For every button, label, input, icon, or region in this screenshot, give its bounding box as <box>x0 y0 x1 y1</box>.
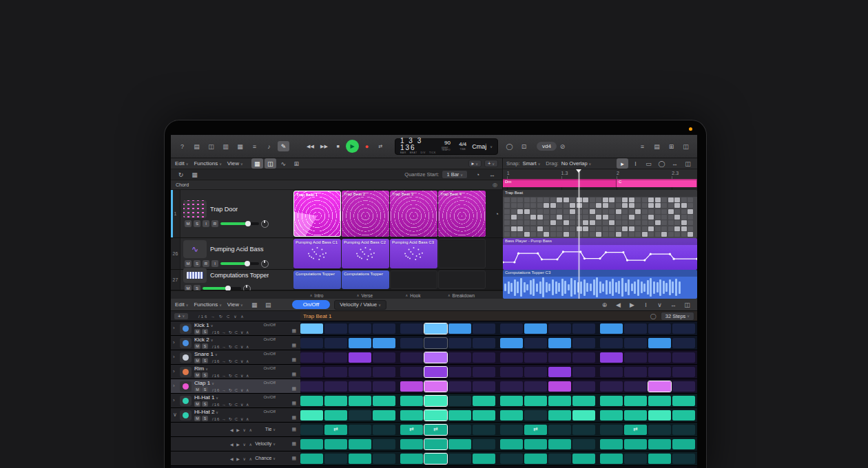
step-cell[interactable] <box>572 454 595 464</box>
forward-button[interactable]: ▶▶ <box>318 141 330 152</box>
step-cell[interactable] <box>448 381 471 392</box>
step-cell[interactable] <box>424 338 447 348</box>
browsers-icon[interactable]: ◫ <box>680 141 692 151</box>
row-grid-icon[interactable]: ▦ <box>291 386 296 392</box>
step-cell[interactable] <box>473 410 495 421</box>
list-editor-icon[interactable]: ≡ <box>637 141 648 151</box>
step-cell[interactable] <box>349 352 371 363</box>
loupe-icon[interactable]: ◯ <box>650 313 657 319</box>
pointer-tool-icon[interactable]: ▸ <box>617 158 628 169</box>
disclosure-icon[interactable]: › <box>173 325 175 331</box>
smart-controls-icon[interactable]: ▥ <box>220 141 231 151</box>
solo-button[interactable]: S <box>202 358 208 363</box>
step-cell[interactable] <box>373 338 395 348</box>
step-cell[interactable] <box>500 439 523 449</box>
step-seq-menu-functions[interactable]: Functions∨ <box>194 301 221 308</box>
solo-button[interactable]: S <box>202 372 208 378</box>
chevron-down-icon[interactable]: ∨ <box>654 299 665 310</box>
snap-value[interactable]: Smart <box>523 160 537 167</box>
step-cell[interactable] <box>672 425 695 435</box>
disclosure-icon[interactable]: ∨ <box>173 412 177 418</box>
row-header[interactable]: ∨Hi-Hat 2∨On/OffMS/16 → ↻ ⊂ ∨ ∧▦ <box>171 408 300 423</box>
step-cell[interactable] <box>524 338 547 348</box>
zoom-icon[interactable]: ⊕ <box>599 299 610 310</box>
step-cell[interactable] <box>324 367 347 377</box>
step-cell[interactable] <box>524 323 547 334</box>
step-cell[interactable] <box>349 454 371 464</box>
step-cell[interactable] <box>400 381 423 392</box>
step-cell[interactable] <box>300 381 323 392</box>
track-header[interactable]: ∿Pumping Acid BassMSRI <box>180 238 293 270</box>
loop-cell[interactable]: Trap Beat 2 <box>342 191 389 237</box>
step-cell[interactable] <box>373 381 395 392</box>
step-cell[interactable] <box>500 323 523 334</box>
loop-cell[interactable]: Pumping Acid Bass C1 <box>293 239 341 268</box>
region-audio[interactable]: Computations Topper C3 <box>503 270 697 299</box>
record-enable-button[interactable]: R <box>203 260 209 267</box>
default-row-controls[interactable]: /16 → ↻ ⊂ ∨ ∧ <box>198 314 245 319</box>
step-cell[interactable] <box>600 323 623 334</box>
step-seq-menu-view[interactable]: View∨ <box>227 301 243 308</box>
grid-icon[interactable]: ▦ <box>249 299 260 310</box>
row-step-controls[interactable]: /16 → ↻ ⊂ ∨ ∧ <box>212 373 250 378</box>
pencil-tool-menu[interactable]: +∨ <box>484 160 498 167</box>
step-cell[interactable] <box>473 352 495 363</box>
step-cell[interactable] <box>373 425 395 435</box>
row-header[interactable]: ›Clap 1∨On/OffMS/16 → ↻ ⊂ ∨ ∧▦ <box>171 379 300 394</box>
step-cell[interactable] <box>400 454 423 464</box>
quantize-start-select[interactable]: 1 Bar ∨ <box>442 170 468 179</box>
step-cell[interactable] <box>448 396 471 406</box>
step-cell[interactable] <box>300 439 323 449</box>
solo-button[interactable]: S <box>202 387 208 392</box>
step-cell[interactable] <box>624 338 647 348</box>
step-cell[interactable] <box>448 410 471 421</box>
step-cell[interactable] <box>524 381 547 392</box>
cycle-button[interactable]: ⇄ <box>375 141 386 152</box>
step-cell[interactable] <box>373 367 395 377</box>
step-cell[interactable] <box>624 352 647 363</box>
subrow-grid-icon[interactable]: ▦ <box>291 427 296 432</box>
step-cell[interactable] <box>648 367 671 377</box>
step-cell[interactable] <box>500 410 523 421</box>
width-icon[interactable]: ↔ <box>668 299 679 310</box>
step-cell[interactable] <box>572 352 595 363</box>
add-row-button[interactable]: + ∨ <box>174 312 189 320</box>
track-header[interactable]: Computations TopperMS <box>180 270 293 290</box>
step-cell[interactable] <box>448 352 471 363</box>
step-cell[interactable] <box>572 396 595 406</box>
volume-slider[interactable] <box>220 262 259 265</box>
step-cell[interactable] <box>600 381 623 392</box>
playhead-handle[interactable] <box>576 169 581 173</box>
ibeam-tool-icon[interactable]: I <box>630 158 641 169</box>
step-cell[interactable] <box>648 425 671 435</box>
mute-button[interactable]: M <box>185 220 192 227</box>
row-name[interactable]: Hi-Hat 1∨ <box>194 394 218 401</box>
step-cell[interactable] <box>400 396 423 406</box>
subrow-controls[interactable]: ◀ ▶ ∨ ∧ <box>230 427 254 432</box>
row-step-controls[interactable]: /16 → ↻ ⊂ ∨ ∧ <box>212 344 250 349</box>
step-cell[interactable] <box>324 396 347 406</box>
step-cell[interactable] <box>600 367 623 377</box>
notifications-icon[interactable]: ⊘ <box>557 141 568 151</box>
step-cell[interactable] <box>672 323 695 334</box>
playhead[interactable] <box>579 169 579 299</box>
empty-loop-slot[interactable] <box>438 270 486 289</box>
row-grid-icon[interactable]: ▦ <box>291 328 296 334</box>
step-cell[interactable] <box>600 410 623 421</box>
panel-icon[interactable]: ◫ <box>681 299 693 310</box>
region-midi[interactable]: Bass Player - Pump Bass <box>503 238 697 270</box>
pan-knob[interactable] <box>261 220 269 228</box>
step-cell[interactable] <box>548 454 571 464</box>
volume-slider[interactable] <box>220 222 259 225</box>
step-cell[interactable] <box>500 338 523 348</box>
step-cell[interactable] <box>672 367 695 377</box>
step-cell[interactable] <box>448 323 471 334</box>
step-cell[interactable] <box>524 367 547 377</box>
step-cell[interactable] <box>324 410 347 421</box>
row-step-controls[interactable]: /16 → ↻ ⊂ ∨ ∧ <box>212 330 250 334</box>
step-cell[interactable] <box>448 338 471 348</box>
step-cell[interactable] <box>572 439 595 449</box>
library-icon[interactable]: ▤ <box>191 141 203 151</box>
step-cell[interactable] <box>648 338 671 348</box>
step-cell[interactable] <box>300 352 323 363</box>
